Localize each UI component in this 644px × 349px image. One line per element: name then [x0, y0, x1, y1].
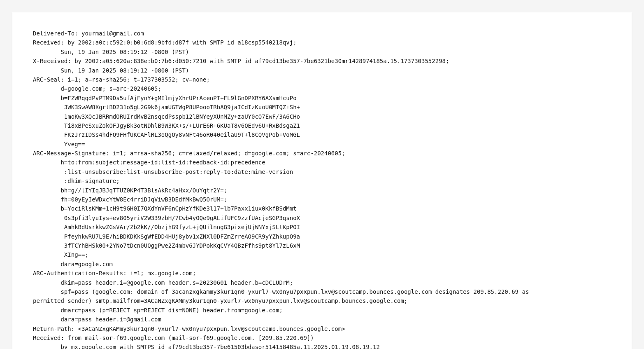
email-raw-content: Delivered-To: yourmail@gmail.com Receive…: [33, 29, 611, 349]
email-header-container: Delivered-To: yourmail@gmail.com Receive…: [12, 12, 632, 349]
